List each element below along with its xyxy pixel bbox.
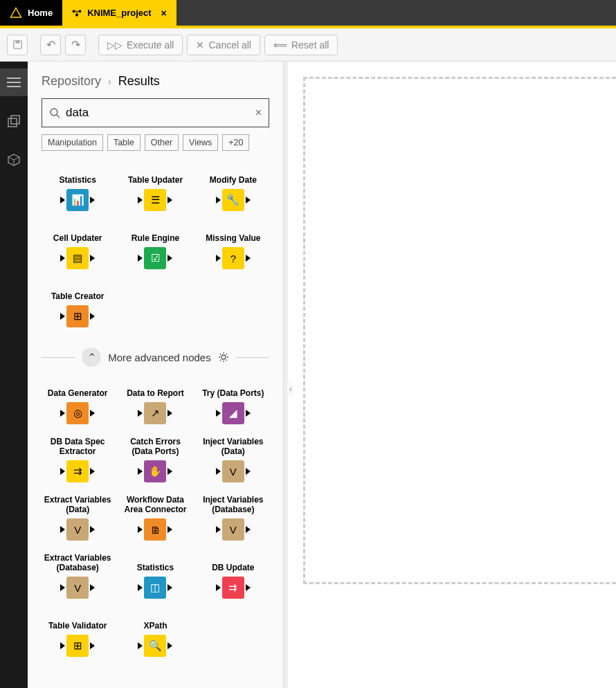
node-basic-4[interactable]: Rule Engine ☑ <box>116 224 194 270</box>
node-adv-10[interactable]: Statistics ◫ <box>116 554 194 599</box>
node-label: Table Creator <box>48 282 107 302</box>
gear-icon[interactable] <box>218 352 229 363</box>
node-icon: ↗ <box>144 402 166 424</box>
canvas-drop-area[interactable] <box>303 77 616 584</box>
tag-other[interactable]: Other <box>145 134 179 151</box>
node-label: Workflow Data Area Connector <box>116 496 194 515</box>
input-port-icon <box>60 584 65 591</box>
tab-project[interactable]: KNIME_project × <box>62 0 176 26</box>
svg-point-17 <box>51 109 57 116</box>
knime-logo-icon <box>10 7 22 19</box>
layers-icon <box>8 115 20 127</box>
input-port-icon <box>216 255 221 262</box>
undo-icon: ↶ <box>46 38 55 51</box>
breadcrumb-root[interactable]: Repository <box>42 74 101 89</box>
node-adv-1[interactable]: Data to Report ↗ <box>116 379 194 425</box>
advanced-separator: ⌃ More advanced nodes <box>28 347 283 367</box>
node-adv-9[interactable]: Extract Variables (Database) V <box>39 554 116 599</box>
input-port-icon <box>216 410 221 417</box>
workflow-canvas[interactable]: ‹ <box>284 62 616 688</box>
tag-views[interactable]: Views <box>183 134 218 151</box>
collapse-advanced-button[interactable]: ⌃ <box>82 347 101 367</box>
input-port-icon <box>60 468 65 475</box>
separator-line <box>236 357 269 358</box>
undo-button[interactable]: ↶ <box>40 35 61 55</box>
execute-all-button[interactable]: ▷▷Execute all <box>98 35 183 55</box>
input-port-icon <box>60 410 65 417</box>
node-adv-4[interactable]: Catch Errors (Data Ports) ✋ <box>116 437 194 483</box>
redo-button[interactable]: ↷ <box>65 35 86 55</box>
node-label: Inject Variables (Database) <box>194 496 272 515</box>
output-port-icon <box>246 255 251 262</box>
node-adv-5[interactable]: Inject Variables (Data) V <box>194 437 272 483</box>
node-adv-2[interactable]: Try (Data Ports) ◢ <box>194 379 272 425</box>
search-input[interactable] <box>66 106 250 120</box>
redo-icon: ↷ <box>71 38 80 51</box>
rail-workflow[interactable] <box>0 107 28 135</box>
node-icon: ⊞ <box>66 635 89 657</box>
output-port-icon <box>167 642 172 649</box>
node-adv-8[interactable]: Inject Variables (Database) V <box>194 496 272 541</box>
output-port-icon <box>90 197 95 203</box>
svg-rect-12 <box>11 116 19 124</box>
side-rail <box>0 62 28 688</box>
node-icon: 🗎 <box>144 518 166 541</box>
input-port-icon <box>60 255 65 262</box>
node-icon: ◎ <box>66 402 89 424</box>
node-adv-6[interactable]: Extract Variables (Data) V <box>39 496 116 541</box>
reset-all-button[interactable]: ⟸Reset all <box>264 35 338 55</box>
node-basic-0[interactable]: Statistics 📊 <box>39 166 116 212</box>
node-adv-0[interactable]: Data Generator ◎ <box>39 379 116 425</box>
tab-home-label: Home <box>28 8 53 18</box>
node-basic-6[interactable]: Table Creator ⊞ <box>39 282 116 328</box>
output-port-icon <box>167 584 172 591</box>
node-label: Table Validator <box>46 612 109 631</box>
clear-search-icon[interactable]: × <box>255 107 262 119</box>
node-basic-3[interactable]: Cell Updater ▤ <box>39 224 116 270</box>
input-port-icon <box>216 526 221 533</box>
node-label: Try (Data Ports) <box>199 379 266 399</box>
node-basic-1[interactable]: Table Updater ☰ <box>116 166 194 212</box>
svg-line-14 <box>8 157 14 160</box>
input-port-icon <box>138 410 143 417</box>
tag-manipulation[interactable]: Manipulation <box>42 134 103 151</box>
node-icon: ◫ <box>144 577 166 599</box>
output-port-icon <box>167 197 172 203</box>
reset-icon: ⟸ <box>273 39 287 51</box>
node-basic-5[interactable]: Missing Value ? <box>194 224 272 270</box>
node-icon: ✋ <box>144 460 166 482</box>
node-label: Modify Date <box>207 166 260 185</box>
input-port-icon <box>138 642 143 649</box>
rail-repository[interactable] <box>0 69 28 96</box>
output-port-icon <box>167 526 172 533</box>
node-icon: ⇉ <box>66 460 89 482</box>
node-adv-13[interactable]: XPath 🔍 <box>116 612 194 658</box>
node-icon: V <box>66 518 89 541</box>
repository-panel: Repository › Results × Manipulation Tabl… <box>28 62 284 688</box>
input-port-icon <box>138 584 143 591</box>
cube-icon <box>8 154 20 166</box>
rail-hub[interactable] <box>0 146 28 174</box>
node-basic-2[interactable]: Modify Date 🔧 <box>194 166 272 212</box>
node-label: Cell Updater <box>51 224 105 244</box>
node-adv-7[interactable]: Workflow Data Area Connector 🗎 <box>116 496 194 541</box>
chevron-up-icon: ⌃ <box>87 351 96 364</box>
svg-rect-11 <box>8 118 17 127</box>
collapse-panel-button[interactable]: ‹ <box>287 381 294 397</box>
node-label: Rule Engine <box>129 224 182 244</box>
node-adv-3[interactable]: DB Data Spec Extractor ⇉ <box>39 437 116 483</box>
tab-close-icon[interactable]: × <box>161 8 167 19</box>
output-port-icon <box>90 526 95 533</box>
tag-table[interactable]: Table <box>107 134 141 151</box>
cancel-all-button[interactable]: ✕Cancel all <box>187 35 260 55</box>
input-port-icon <box>60 197 65 203</box>
search-box[interactable]: × <box>42 98 269 127</box>
tag-more[interactable]: +20 <box>222 134 249 151</box>
tab-home[interactable]: Home <box>0 0 62 26</box>
input-port-icon <box>138 526 143 533</box>
node-adv-11[interactable]: DB Update ⇉ <box>194 554 272 599</box>
breadcrumb-current: Results <box>118 74 160 89</box>
node-adv-12[interactable]: Table Validator ⊞ <box>39 612 116 658</box>
save-button[interactable] <box>7 35 28 55</box>
svg-marker-0 <box>11 8 21 17</box>
